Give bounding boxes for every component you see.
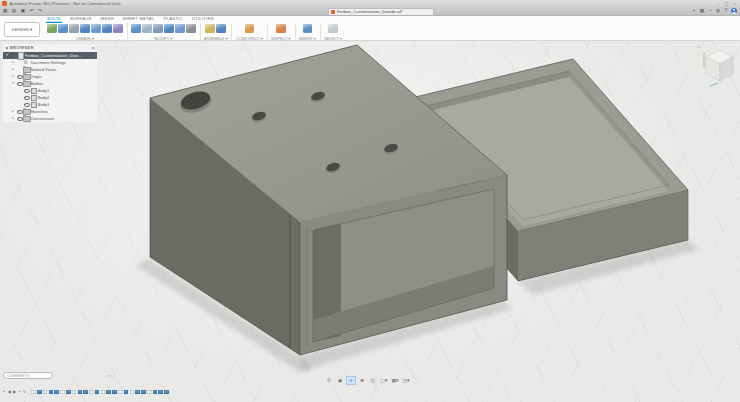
timeline-feature-icon[interactable] [54, 390, 59, 395]
expand-arrow-icon[interactable]: ▾ [11, 81, 15, 85]
select-cursor-icon[interactable] [328, 24, 338, 34]
timeline-feature-icon[interactable] [153, 390, 158, 395]
ribbon-tab[interactable]: SHEET METAL [122, 15, 156, 23]
ribbon-tab[interactable]: SOLID [46, 15, 62, 23]
display-settings-icon[interactable]: ▢▾ [379, 376, 389, 385]
minimize-button[interactable]: – [717, 0, 719, 7]
orbit-icon[interactable]: ↻ [324, 376, 334, 385]
joint-icon[interactable] [216, 24, 226, 34]
job-status-icon[interactable]: ◔ [709, 7, 712, 15]
expand-arrow-icon[interactable]: ▸ [11, 60, 15, 64]
timeline-feature-icon[interactable] [95, 390, 100, 395]
ribbon-tab[interactable]: MESH [100, 15, 115, 23]
user-avatar[interactable] [731, 8, 737, 14]
visibility-eye-icon[interactable] [24, 95, 29, 100]
go-to-start-icon[interactable]: « [3, 387, 5, 397]
create-box-icon[interactable] [58, 24, 68, 34]
browser-tree-row[interactable]: Body3 [3, 101, 97, 108]
timeline-feature-icon[interactable] [112, 390, 117, 395]
create-form-icon[interactable] [113, 24, 123, 34]
shell-icon[interactable] [153, 24, 163, 34]
comments-input[interactable]: COMMENTS [3, 372, 53, 379]
timeline-feature-icon[interactable] [106, 390, 111, 395]
viewports-icon[interactable]: ◫▾ [401, 376, 411, 385]
grid-snaps-icon[interactable]: ▦▾ [390, 376, 400, 385]
timeline-feature-icon[interactable] [130, 390, 135, 395]
ribbon-group-label[interactable]: INSPECT ▾ [271, 36, 290, 41]
timeline-feature-icon[interactable] [37, 390, 42, 395]
replay-icon[interactable]: ↻ [23, 387, 26, 397]
timeline-feature-icon[interactable] [60, 390, 65, 395]
fit-icon[interactable]: ◱ [368, 376, 378, 385]
visibility-eye-icon[interactable] [17, 74, 22, 79]
combine-icon[interactable] [164, 24, 174, 34]
press-pull-icon[interactable] [131, 24, 141, 34]
visibility-eye-icon[interactable] [24, 102, 29, 107]
visibility-eye-icon[interactable] [17, 109, 22, 114]
expand-arrow-icon[interactable]: ▾ [5, 53, 9, 57]
insert-icon[interactable] [303, 24, 313, 34]
collapse-panel-icon[interactable]: ◀ [5, 46, 8, 50]
browser-tree-row[interactable]: ▸ Document Settings [3, 59, 97, 66]
browser-tree-row[interactable]: Body1 [3, 87, 97, 94]
timeline-feature-icon[interactable] [72, 390, 77, 395]
expand-arrow-icon[interactable]: ▸ [11, 109, 15, 113]
save-icon[interactable]: ▣ [21, 7, 25, 15]
ribbon-group-label[interactable]: INSERT ▾ [299, 36, 316, 41]
ribbon-tab[interactable]: SURFACE [69, 15, 93, 23]
create-sketch-icon[interactable] [47, 24, 57, 34]
visibility-eye-icon[interactable] [17, 116, 22, 121]
timeline-feature-icon[interactable] [124, 390, 129, 395]
document-tab[interactable]: Fortbox_Customization_Dawido v4* [328, 8, 434, 16]
ribbon-tab[interactable]: PLASTIC [162, 15, 183, 23]
help-icon[interactable]: ? [724, 7, 727, 15]
timeline-feature-icon[interactable] [31, 390, 36, 395]
new-document-tab-icon[interactable]: + [693, 7, 696, 15]
collapse-right-icon[interactable]: › [110, 372, 112, 379]
timeline-feature-icon[interactable] [118, 390, 123, 395]
visibility-eye-icon[interactable] [24, 88, 29, 93]
file-menu-icon[interactable]: ▤ [12, 7, 16, 15]
3d-viewport[interactable] [0, 0, 740, 402]
timeline-feature-icon[interactable] [164, 390, 169, 395]
redo-icon[interactable]: ↷ [38, 7, 42, 15]
close-button[interactable]: × [734, 0, 736, 7]
ribbon-group-label[interactable]: CONSTRUCT ▾ [236, 36, 263, 41]
browser-tree-row[interactable]: Body2 [3, 94, 97, 101]
collapse-left-icon[interactable]: ‹ [107, 372, 109, 379]
application-menu-icon[interactable]: ▦ [3, 7, 7, 15]
timeline-feature-icon[interactable] [141, 390, 146, 395]
create-revolve-icon[interactable] [91, 24, 101, 34]
workspace-picker[interactable]: DESIGN ▾ [4, 22, 40, 37]
browser-filter-icon[interactable]: ◉ [92, 45, 96, 50]
browser-tree-row[interactable]: ▾ Fortbox_Customization_Daw... [3, 52, 97, 59]
zoom-icon[interactable]: ⊕ [357, 376, 367, 385]
timeline-feature-icon[interactable] [147, 390, 152, 395]
create-cylinder-icon[interactable] [69, 24, 79, 34]
create-extrude-icon[interactable] [80, 24, 90, 34]
go-to-end-icon[interactable]: » [18, 387, 20, 397]
timeline-feature-icon[interactable] [49, 390, 54, 395]
play-icon[interactable]: ▶ [13, 387, 16, 397]
browser-tree-row[interactable]: ▾ Bodies [3, 80, 97, 87]
timeline-feature-icon[interactable] [83, 390, 88, 395]
undo-icon[interactable]: ↶ [30, 7, 34, 15]
restore-button[interactable]: ▢ [725, 0, 729, 7]
timeline-feature-icon[interactable] [101, 390, 106, 395]
step-back-icon[interactable]: ◀ [8, 387, 11, 397]
timeline-feature-icon[interactable] [135, 390, 140, 395]
timeline-feature-icon[interactable] [43, 390, 48, 395]
measure-icon[interactable] [276, 24, 286, 34]
browser-tree-row[interactable]: ▸ Sketches [3, 108, 97, 115]
visibility-eye-icon[interactable] [17, 81, 22, 86]
timeline-feature-icon[interactable] [78, 390, 83, 395]
browser-tree-row[interactable]: ▸ Construction [3, 115, 97, 122]
browser-tree-row[interactable]: ▸ Named Views [3, 66, 97, 73]
pan-icon[interactable]: + [346, 376, 356, 385]
expand-arrow-icon[interactable]: ▸ [11, 116, 15, 120]
expand-arrow-icon[interactable]: ▸ [11, 67, 15, 71]
fillet-icon[interactable] [142, 24, 152, 34]
viewcube-home-icon[interactable]: ⌂ [697, 43, 701, 49]
look-at-icon[interactable]: ◉ [335, 376, 345, 385]
viewcube[interactable] [704, 50, 733, 86]
